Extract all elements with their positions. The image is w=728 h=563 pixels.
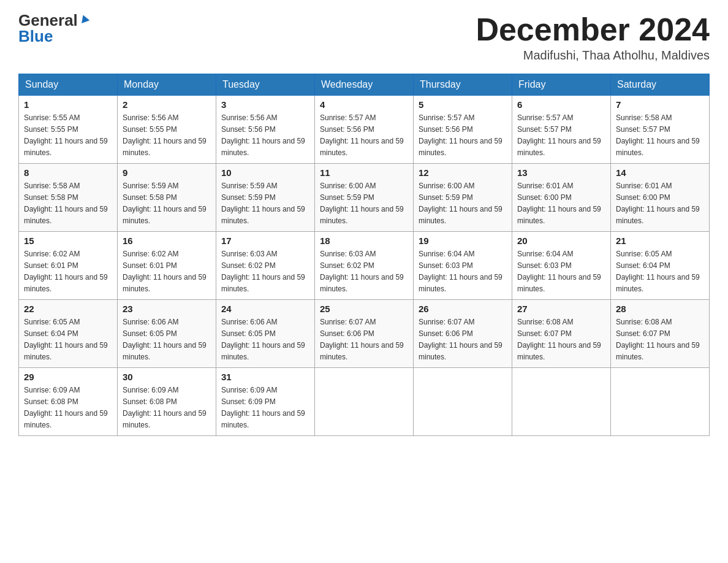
calendar-week-row: 1Sunrise: 5:55 AMSunset: 5:55 PMDaylight… (19, 96, 710, 164)
calendar-cell: 19Sunrise: 6:04 AMSunset: 6:03 PMDayligh… (414, 232, 512, 300)
calendar-cell: 3Sunrise: 5:56 AMSunset: 5:56 PMDaylight… (216, 96, 315, 164)
day-info: Sunrise: 6:02 AMSunset: 6:01 PMDaylight:… (24, 250, 108, 293)
calendar-cell: 21Sunrise: 6:05 AMSunset: 6:04 PMDayligh… (611, 232, 710, 300)
calendar-cell (315, 368, 414, 436)
calendar-cell: 6Sunrise: 5:57 AMSunset: 5:57 PMDaylight… (512, 96, 611, 164)
day-info: Sunrise: 5:57 AMSunset: 5:57 PMDaylight:… (517, 113, 601, 157)
logo: General Blue (18, 12, 90, 44)
col-thursday: Thursday (414, 74, 512, 96)
logo-general-text: General (18, 12, 78, 28)
logo-blue-text: Blue (18, 28, 53, 44)
day-info: Sunrise: 5:56 AMSunset: 5:55 PMDaylight:… (123, 113, 207, 157)
calendar-cell: 17Sunrise: 6:03 AMSunset: 6:02 PMDayligh… (216, 232, 315, 300)
day-number: 3 (221, 99, 309, 110)
day-number: 1 (24, 99, 112, 110)
day-number: 24 (221, 304, 309, 314)
col-friday: Friday (512, 74, 611, 96)
day-info: Sunrise: 6:06 AMSunset: 6:05 PMDaylight:… (123, 318, 207, 361)
day-info: Sunrise: 5:57 AMSunset: 5:56 PMDaylight:… (320, 113, 404, 157)
day-number: 12 (419, 167, 507, 178)
day-number: 23 (123, 304, 211, 314)
day-number: 15 (24, 236, 112, 246)
calendar-cell: 30Sunrise: 6:09 AMSunset: 6:08 PMDayligh… (118, 368, 216, 436)
day-info: Sunrise: 6:05 AMSunset: 6:04 PMDaylight:… (616, 250, 700, 293)
day-number: 9 (123, 167, 211, 178)
day-number: 13 (517, 167, 605, 178)
calendar-cell (414, 368, 512, 436)
calendar-cell: 31Sunrise: 6:09 AMSunset: 6:09 PMDayligh… (216, 368, 315, 436)
day-number: 26 (419, 304, 507, 314)
day-number: 21 (616, 236, 704, 246)
calendar-cell: 24Sunrise: 6:06 AMSunset: 6:05 PMDayligh… (216, 300, 315, 368)
calendar-week-row: 8Sunrise: 5:58 AMSunset: 5:58 PMDaylight… (19, 164, 710, 232)
day-info: Sunrise: 6:03 AMSunset: 6:02 PMDaylight:… (320, 250, 404, 293)
day-number: 5 (419, 99, 507, 110)
col-monday: Monday (118, 74, 216, 96)
day-number: 11 (320, 167, 408, 178)
col-tuesday: Tuesday (216, 74, 315, 96)
day-number: 2 (123, 99, 211, 110)
calendar-week-row: 22Sunrise: 6:05 AMSunset: 6:04 PMDayligh… (19, 300, 710, 368)
day-info: Sunrise: 5:57 AMSunset: 5:56 PMDaylight:… (419, 113, 502, 157)
day-info: Sunrise: 5:58 AMSunset: 5:57 PMDaylight:… (616, 113, 700, 157)
calendar-cell: 1Sunrise: 5:55 AMSunset: 5:55 PMDaylight… (19, 96, 118, 164)
calendar-cell: 10Sunrise: 5:59 AMSunset: 5:59 PMDayligh… (216, 164, 315, 232)
calendar-cell: 14Sunrise: 6:01 AMSunset: 6:00 PMDayligh… (611, 164, 710, 232)
svg-marker-0 (79, 13, 89, 23)
day-info: Sunrise: 6:04 AMSunset: 6:03 PMDaylight:… (517, 250, 601, 293)
day-number: 4 (320, 99, 408, 110)
day-info: Sunrise: 6:09 AMSunset: 6:09 PMDaylight:… (221, 386, 305, 429)
day-info: Sunrise: 6:03 AMSunset: 6:02 PMDaylight:… (221, 250, 305, 293)
day-info: Sunrise: 6:08 AMSunset: 6:07 PMDaylight:… (517, 318, 601, 361)
day-info: Sunrise: 6:00 AMSunset: 5:59 PMDaylight:… (419, 182, 502, 225)
day-info: Sunrise: 6:04 AMSunset: 6:03 PMDaylight:… (419, 250, 502, 293)
calendar-table: Sunday Monday Tuesday Wednesday Thursday… (18, 74, 710, 436)
calendar-week-row: 15Sunrise: 6:02 AMSunset: 6:01 PMDayligh… (19, 232, 710, 300)
day-info: Sunrise: 5:55 AMSunset: 5:55 PMDaylight:… (24, 113, 108, 157)
calendar-subtitle: Madifushi, Thaa Atholhu, Maldives (476, 48, 710, 63)
day-info: Sunrise: 6:07 AMSunset: 6:06 PMDaylight:… (419, 318, 502, 361)
logo-arrow-icon (79, 13, 90, 25)
day-info: Sunrise: 6:08 AMSunset: 6:07 PMDaylight:… (616, 318, 700, 361)
day-number: 8 (24, 167, 112, 178)
col-sunday: Sunday (19, 74, 118, 96)
day-number: 20 (517, 236, 605, 246)
day-number: 30 (123, 372, 211, 382)
calendar-cell: 13Sunrise: 6:01 AMSunset: 6:00 PMDayligh… (512, 164, 611, 232)
day-number: 18 (320, 236, 408, 246)
calendar-cell: 20Sunrise: 6:04 AMSunset: 6:03 PMDayligh… (512, 232, 611, 300)
calendar-cell: 16Sunrise: 6:02 AMSunset: 6:01 PMDayligh… (118, 232, 216, 300)
calendar-title: December 2024 (476, 12, 710, 47)
day-number: 31 (221, 372, 309, 382)
calendar-cell: 29Sunrise: 6:09 AMSunset: 6:08 PMDayligh… (19, 368, 118, 436)
day-info: Sunrise: 6:01 AMSunset: 6:00 PMDaylight:… (616, 182, 700, 225)
calendar-cell: 18Sunrise: 6:03 AMSunset: 6:02 PMDayligh… (315, 232, 414, 300)
calendar-title-block: December 2024 Madifushi, Thaa Atholhu, M… (476, 12, 710, 63)
calendar-cell: 8Sunrise: 5:58 AMSunset: 5:58 PMDaylight… (19, 164, 118, 232)
day-number: 28 (616, 304, 704, 314)
day-info: Sunrise: 5:58 AMSunset: 5:58 PMDaylight:… (24, 182, 108, 225)
day-number: 17 (221, 236, 309, 246)
calendar-cell: 25Sunrise: 6:07 AMSunset: 6:06 PMDayligh… (315, 300, 414, 368)
calendar-cell: 2Sunrise: 5:56 AMSunset: 5:55 PMDaylight… (118, 96, 216, 164)
calendar-cell: 12Sunrise: 6:00 AMSunset: 5:59 PMDayligh… (414, 164, 512, 232)
day-info: Sunrise: 6:00 AMSunset: 5:59 PMDaylight:… (320, 182, 404, 225)
page-header: General Blue December 2024 Madifushi, Th… (18, 12, 710, 63)
day-number: 7 (616, 99, 704, 110)
calendar-week-row: 29Sunrise: 6:09 AMSunset: 6:08 PMDayligh… (19, 368, 710, 436)
calendar-cell: 7Sunrise: 5:58 AMSunset: 5:57 PMDaylight… (611, 96, 710, 164)
day-number: 6 (517, 99, 605, 110)
day-info: Sunrise: 6:02 AMSunset: 6:01 PMDaylight:… (123, 250, 207, 293)
day-info: Sunrise: 6:09 AMSunset: 6:08 PMDaylight:… (24, 386, 108, 429)
day-number: 10 (221, 167, 309, 178)
weekday-header-row: Sunday Monday Tuesday Wednesday Thursday… (19, 74, 710, 96)
col-wednesday: Wednesday (315, 74, 414, 96)
calendar-cell: 22Sunrise: 6:05 AMSunset: 6:04 PMDayligh… (19, 300, 118, 368)
calendar-cell: 4Sunrise: 5:57 AMSunset: 5:56 PMDaylight… (315, 96, 414, 164)
day-info: Sunrise: 6:06 AMSunset: 6:05 PMDaylight:… (221, 318, 305, 361)
day-number: 27 (517, 304, 605, 314)
day-info: Sunrise: 6:07 AMSunset: 6:06 PMDaylight:… (320, 318, 404, 361)
calendar-cell: 27Sunrise: 6:08 AMSunset: 6:07 PMDayligh… (512, 300, 611, 368)
day-info: Sunrise: 5:56 AMSunset: 5:56 PMDaylight:… (221, 113, 305, 157)
day-number: 19 (419, 236, 507, 246)
